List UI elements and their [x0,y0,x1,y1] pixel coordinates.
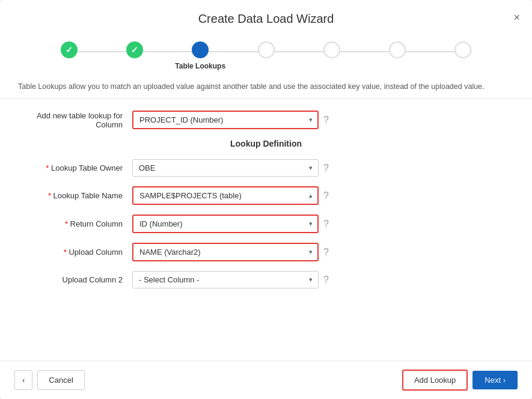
lookup-owner-help-icon[interactable]: ? [323,163,329,174]
dialog-header: Create Data Load Wizard × [0,0,532,32]
footer-left: ‹ Cancel [14,370,85,390]
dialog-footer: ‹ Cancel Add Lookup Next › [0,361,532,399]
lookup-table-row: Lookup Table Name SAMPLE$PROJECTS (table… [24,186,508,205]
description-text: Table Lookups allow you to match an uplo… [0,75,532,99]
lookup-table-control: SAMPLE$PROJECTS (table) ▴ [132,186,319,205]
upload-column2-label: Upload Column 2 [24,275,132,284]
upload-column2-help-icon[interactable]: ? [323,275,329,285]
next-button[interactable]: Next › [472,371,518,389]
upload-column-help-icon[interactable]: ? [323,247,329,258]
column-select-wrapper: PROJECT_ID (Number) ▾ [132,111,319,129]
column-select-row: Add new table lookup for Column PROJECT_… [24,111,508,129]
upload-column2-select[interactable]: - Select Column - [132,271,319,288]
lookup-table-select[interactable]: SAMPLE$PROJECTS (table) [132,186,319,205]
dialog-title: Create Data Load Wizard [198,12,334,25]
step-6 [364,41,430,62]
upload-column2-wrapper: - Select Column - ▾ [132,271,319,288]
lookup-owner-select[interactable]: OBE [132,159,319,177]
lookup-table-help-icon[interactable]: ? [323,190,329,201]
lookup-owner-row: Lookup Table Owner OBE ▾ ? [24,159,508,177]
return-column-row: Return Column ID (Number) ▾ ? [24,215,508,233]
return-column-select[interactable]: ID (Number) [132,215,319,233]
form-area: Add new table lookup for Column PROJECT_… [0,99,532,361]
return-column-help-icon[interactable]: ? [323,219,329,230]
upload-column-row: Upload Column NAME (Varchar2) ▾ ? [24,243,508,261]
step-3-circle [192,41,209,58]
lookup-owner-label: Lookup Table Owner [24,163,132,172]
step-7-circle [454,41,471,58]
step-5-circle [323,41,340,58]
step-5 [299,41,364,62]
return-column-wrapper: ID (Number) ▾ [132,215,319,233]
return-column-control: ID (Number) ▾ [132,215,319,233]
step-2-circle [126,41,143,58]
wizard-steps: Table Lookups [0,32,532,75]
add-lookup-button[interactable]: Add Lookup [402,370,468,391]
return-column-label: Return Column [24,219,132,228]
step-1 [36,41,102,62]
upload-column-wrapper: NAME (Varchar2) ▾ [132,243,319,261]
lookup-table-label: Lookup Table Name [24,191,132,200]
back-button[interactable]: ‹ [14,370,32,390]
cancel-button[interactable]: Cancel [37,370,84,390]
lookup-owner-control: OBE ▾ [132,159,319,177]
upload-column-control: NAME (Varchar2) ▾ [132,243,319,261]
step-3-label: Table Lookups [175,62,225,70]
create-data-load-wizard-dialog: Create Data Load Wizard × Table Lookups [0,0,532,399]
column-select[interactable]: PROJECT_ID (Number) [132,111,319,129]
footer-right: Add Lookup Next › [402,370,518,391]
step-2 [102,41,167,62]
step-7 [430,41,496,62]
step-6-circle [389,41,406,58]
lookup-owner-wrapper: OBE ▾ [132,159,319,177]
upload-column-select[interactable]: NAME (Varchar2) [132,243,319,261]
step-3: Table Lookups [168,41,233,70]
close-button[interactable]: × [511,10,522,25]
lookup-table-wrapper: SAMPLE$PROJECTS (table) ▴ [132,186,319,205]
lookup-definition-title: Lookup Definition [24,139,508,148]
column-select-help-icon[interactable]: ? [323,115,329,126]
column-select-label: Add new table lookup for Column [24,111,132,129]
upload-column-label: Upload Column [24,248,132,257]
step-4 [233,41,299,62]
upload-column2-row: Upload Column 2 - Select Column - ▾ ? [24,271,508,288]
step-4-circle [258,41,275,58]
column-select-control: PROJECT_ID (Number) ▾ [132,111,319,129]
step-1-circle [61,41,78,58]
upload-column2-control: - Select Column - ▾ [132,271,319,288]
